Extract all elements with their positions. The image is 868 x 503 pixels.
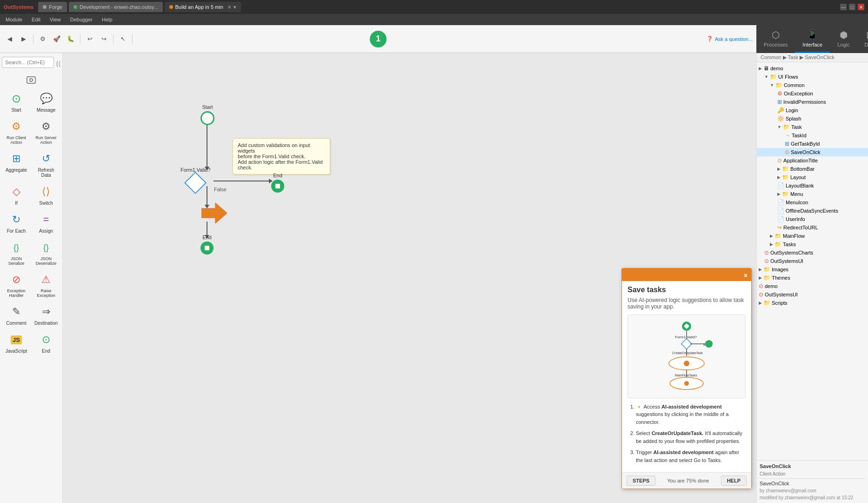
tree-redirect[interactable]: ↪ RedirectToURL: [757, 223, 868, 232]
tree-offline-sync[interactable]: 📄 OfflineDataSyncEvents: [757, 207, 868, 215]
toolbox-aggregate[interactable]: ⊞ Aggregate: [2, 148, 31, 181]
menu-tree-label: Menu: [790, 191, 803, 197]
layout-arrow: ▶: [777, 175, 781, 180]
tree-bottom-bar[interactable]: ▶ 📁 BottomBar: [757, 165, 868, 173]
tree-outsystems-ui2[interactable]: ⊙ OutSystemsUI: [757, 290, 868, 299]
tree-task[interactable]: ▼ 📁 Task: [757, 123, 868, 131]
menu-help[interactable]: Help: [100, 16, 114, 23]
tree-app-title[interactable]: ⊙ ApplicationTitle: [757, 156, 868, 165]
toolbox-if[interactable]: ◇ If: [2, 181, 31, 208]
tree-outsystems-ui[interactable]: ⊙ OutSystemsUI: [757, 257, 868, 265]
toolbox-run-client[interactable]: ⚙ Run Client Action: [2, 116, 31, 148]
tree-on-exception[interactable]: ⚙ OnException: [757, 89, 868, 98]
save-on-click-label: SaveOnClick: [791, 149, 821, 155]
data-label: Data: [864, 42, 868, 47]
toolbox-for-each[interactable]: ↻ For Each: [2, 209, 31, 236]
start-node-circle: [200, 111, 214, 125]
invalid-perm-label: InvalidPermissions: [783, 99, 826, 105]
processes-label: Processes: [764, 42, 788, 47]
menu-module[interactable]: Module: [4, 16, 24, 23]
exception-handler-icon: ⊘: [9, 272, 24, 287]
tree-demo[interactable]: ⊙ demo: [757, 282, 868, 290]
tree-common[interactable]: ▼ 📁 Common: [757, 81, 868, 89]
menu-debugger[interactable]: Debugger: [68, 16, 94, 23]
json-serialize-label: JSON Serialize: [3, 256, 30, 266]
tab-data[interactable]: ⊞ Data: [857, 25, 868, 53]
tree-task-id[interactable]: → TaskId: [757, 131, 868, 140]
tree-ui-flows[interactable]: ▼ 📁 UI Flows: [757, 73, 868, 81]
cursor-btn[interactable]: ↖: [117, 33, 129, 45]
tree-main-flow[interactable]: ▶ 📁 MainFlow: [757, 232, 868, 240]
menu-edit[interactable]: Edit: [30, 16, 42, 23]
toolbox-run-server[interactable]: ⚙ Run Server Action: [32, 116, 60, 148]
tab-processes[interactable]: ⬡ Processes: [756, 25, 795, 53]
forward-btn[interactable]: ▶: [18, 33, 30, 45]
end-toolbox-icon: ⊙: [39, 332, 53, 347]
toolbox-javascript[interactable]: JS JavaScript: [2, 329, 31, 356]
tab-build[interactable]: Build an App in 5 min ✕ ▾: [165, 2, 241, 12]
steps-btn[interactable]: STEPS: [627, 476, 655, 486]
undo-btn[interactable]: ↩: [84, 33, 96, 45]
tab-build-close[interactable]: ✕: [227, 5, 231, 10]
tree-root[interactable]: ▶ 🖥 demo: [757, 64, 868, 73]
toolbox-destination[interactable]: ⇒ Destination: [32, 302, 60, 329]
tree-get-task-by-id[interactable]: ⊞ GetTaskById: [757, 140, 868, 148]
toolbox-assign[interactable]: = Assign: [32, 209, 60, 236]
ask-question-btn[interactable]: ❓ Ask a question...: [707, 36, 753, 42]
tree-menu[interactable]: ▶ 📁 Menu: [757, 190, 868, 198]
toolbox-screenshot-btn[interactable]: [25, 74, 38, 87]
tree-themes[interactable]: ▶ 📁 Themes: [757, 274, 868, 282]
tree-login[interactable]: 🔑 Login: [757, 106, 868, 114]
toolbox-refresh-data[interactable]: ↺ Refresh Data: [32, 148, 60, 181]
tab-dev[interactable]: Development - enwei-zhao.outsy...: [69, 2, 163, 12]
tree-menu-icon[interactable]: 📄 MenuIcon: [757, 198, 868, 207]
tree-scripts[interactable]: ▶ 📁 Scripts: [757, 299, 868, 307]
minimize-btn[interactable]: —: [840, 4, 847, 10]
ai-popup-desc: Use AI-powered logic suggestions to allo…: [628, 297, 746, 310]
exception-handler-label: Exception Handler: [3, 288, 30, 298]
settings-btn[interactable]: ⚙: [37, 33, 49, 45]
tree-user-info[interactable]: 📄 UserInfo: [757, 215, 868, 223]
tree-splash[interactable]: 🔆 Splash: [757, 114, 868, 123]
tree-layout-blank[interactable]: 📄 LayoutBlank: [757, 181, 868, 190]
tree-images[interactable]: ▶ 📁 Images: [757, 265, 868, 274]
toolbox-json-deserialize[interactable]: {} JSON Deserialize: [32, 237, 60, 268]
step-2: Select CreateOrUpdateTask. It'll automat…: [636, 429, 746, 445]
collapse-panel-btn[interactable]: ⟨⟨: [56, 60, 60, 67]
redo-btn[interactable]: ↪: [98, 33, 110, 45]
toolbox-message[interactable]: 💬 Message: [32, 88, 60, 115]
help-btn[interactable]: HELP: [721, 476, 747, 486]
toolbox-raise-exception[interactable]: ⚠ Raise Exception: [32, 269, 60, 301]
tab-interface[interactable]: 📱 Interface: [795, 25, 830, 53]
start-node-label: Start: [202, 104, 213, 110]
back-btn[interactable]: ◀: [4, 33, 16, 45]
toolbox-search-input[interactable]: [2, 57, 54, 68]
publish-toolbar-btn[interactable]: 🚀: [51, 33, 63, 45]
orange-arrow-node[interactable]: [201, 203, 227, 225]
tab-logic[interactable]: ⬢ Logic: [830, 25, 857, 53]
close-btn[interactable]: ✕: [858, 4, 864, 10]
ai-popup-close-btn[interactable]: ×: [744, 272, 748, 279]
tree-save-on-click[interactable]: ⊙ SaveOnClick: [757, 148, 868, 156]
tree-invalid-permissions[interactable]: ⊞ InvalidPermissions: [757, 98, 868, 106]
invalid-perm-icon: ⊞: [777, 99, 782, 105]
tree-layout[interactable]: ▶ 📁 Layout: [757, 173, 868, 181]
debug-btn[interactable]: 🐛: [65, 33, 77, 45]
toolbox-exception-handler[interactable]: ⊘ Exception Handler: [2, 269, 31, 301]
toolbox-start[interactable]: ⊙ Start: [2, 88, 31, 115]
maximize-btn[interactable]: □: [849, 4, 855, 10]
tab-nav-icon[interactable]: ▾: [234, 4, 236, 10]
for-each-label: For Each: [7, 228, 26, 234]
menu-icon-label: MenuIcon: [786, 200, 808, 205]
tree-outsystems-charts[interactable]: ⊙ OutSystemsCharts: [757, 248, 868, 257]
menu-view[interactable]: View: [48, 16, 63, 23]
toolbox-switch[interactable]: ⟨⟩ Switch: [32, 181, 60, 208]
step-3: Trigger AI-assisted development again af…: [636, 449, 746, 464]
toolbox-end[interactable]: ⊙ End: [32, 329, 60, 356]
end-top-circle: [271, 180, 284, 193]
toolbox-comment[interactable]: ✎ Comment: [2, 302, 31, 329]
tab-forge[interactable]: Forge: [38, 2, 67, 12]
tree-tasks[interactable]: ▶ 📁 Tasks: [757, 240, 868, 248]
toolbox-json-serialize[interactable]: {} JSON Serialize: [2, 237, 31, 268]
step1-bold: AI-assisted development: [661, 404, 722, 409]
